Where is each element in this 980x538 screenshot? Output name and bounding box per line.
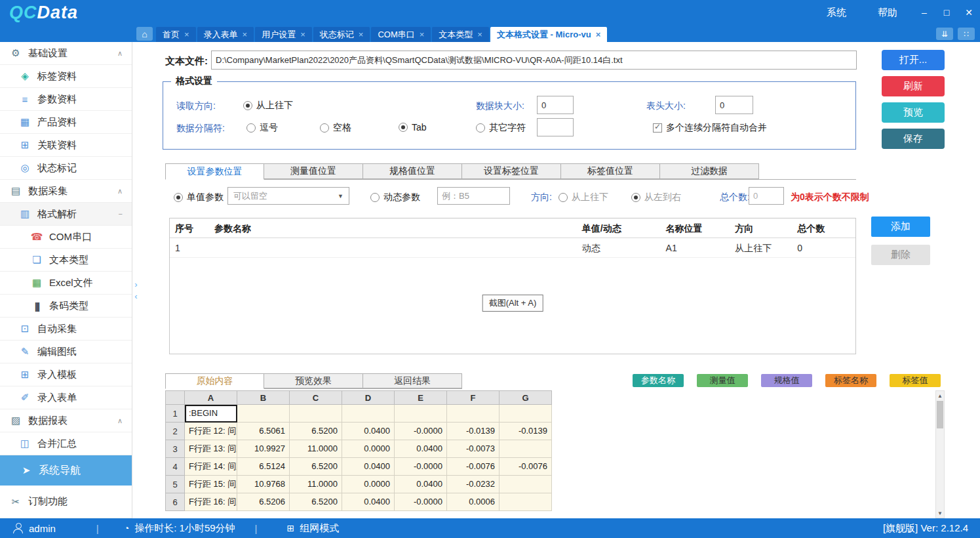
legend-label-name[interactable]: 标签名称 — [825, 374, 876, 387]
tab-filter-data[interactable]: 过滤数据 — [660, 163, 759, 179]
radio-icon[interactable] — [399, 123, 408, 132]
separator-comma-radio[interactable]: 逗号 — [246, 122, 278, 134]
sidebar-section-data-reports[interactable]: ▨ 数据报表 ∧ — [0, 409, 132, 432]
sheet-cell[interactable]: 0.0400 — [342, 458, 395, 476]
sheet-col-header[interactable]: E — [395, 390, 447, 405]
radio-icon[interactable] — [243, 101, 252, 110]
preview-button[interactable]: 预览 — [882, 102, 945, 123]
cell-param-name[interactable] — [209, 238, 577, 257]
tab-com-port[interactable]: COM串口× — [371, 27, 431, 42]
sheet-cell[interactable] — [500, 440, 552, 458]
sheet-cell[interactable] — [500, 476, 552, 493]
sheet-cell[interactable] — [500, 405, 552, 423]
minimize-icon[interactable]: – — [913, 0, 935, 25]
sheet-col-header[interactable]: A — [185, 390, 237, 405]
sheet-cell[interactable] — [342, 405, 395, 423]
cell-direction[interactable]: 从上往下 — [730, 238, 792, 257]
tab-home[interactable]: 首页× — [156, 27, 196, 42]
sheet-cell[interactable]: 11.0000 — [290, 440, 342, 458]
tab-user-settings[interactable]: 用户设置× — [255, 27, 312, 42]
sheet-col-header[interactable]: B — [237, 390, 290, 405]
separator-other-radio[interactable]: 其它字符 — [476, 122, 526, 134]
tab-close-icon[interactable]: × — [184, 30, 189, 39]
sidebar-item-auto-collect[interactable]: ⊡ 自动采集 — [0, 318, 132, 341]
cell-total[interactable]: 0 — [792, 238, 855, 257]
legend-spec-value[interactable]: 规格值 — [761, 374, 812, 387]
sheet-row-header[interactable]: 1 — [165, 405, 185, 423]
sheet-cell[interactable] — [237, 405, 290, 423]
sheet-row-header[interactable]: 4 — [165, 458, 185, 476]
sidebar-item-barcode-type[interactable]: ||| 条码类型 — [0, 295, 132, 318]
file-path-input[interactable] — [211, 51, 857, 70]
sidebar-item-system-navigation[interactable]: ➤ 系统导航 — [0, 455, 132, 486]
direction-left-right-radio[interactable]: 从左到右 — [631, 192, 681, 203]
sheet-cell[interactable]: 0.0400 — [342, 423, 395, 440]
radio-icon[interactable] — [370, 193, 380, 202]
delete-button[interactable]: 删除 — [871, 245, 930, 265]
sheet-row-header[interactable]: 6 — [165, 493, 185, 511]
sheet-row-header[interactable]: 5 — [165, 476, 185, 493]
sidebar-item-status-mark[interactable]: ◎ 状态标记 — [0, 157, 132, 180]
sheet-cell[interactable]: -0.0139 — [500, 423, 552, 440]
home-icon[interactable]: ⌂ — [136, 27, 153, 41]
save-button[interactable]: 保存 — [882, 129, 945, 149]
sheet-cell[interactable]: 0.0000 — [342, 476, 395, 493]
radio-icon[interactable] — [476, 123, 485, 133]
tab-set-label-position[interactable]: 设置标签位置 — [462, 163, 561, 179]
radio-icon[interactable] — [174, 193, 183, 202]
collapse-tabs-icon[interactable]: ⇊ — [936, 28, 953, 40]
sidebar-item-parameter-data[interactable]: ≡ 参数资料 — [0, 88, 132, 111]
sidebar-item-edit-drawing[interactable]: ✎ 编辑图纸 — [0, 341, 132, 363]
sidebar-item-product-data[interactable]: ▦ 产品资料 — [0, 111, 132, 134]
maximize-icon[interactable]: □ — [935, 0, 958, 25]
dynamic-param-input[interactable] — [437, 187, 510, 205]
header-size-input[interactable] — [715, 96, 753, 114]
sheet-cell[interactable]: 6.5206 — [237, 493, 290, 511]
sheet-row-header[interactable]: 2 — [165, 423, 185, 440]
radio-icon[interactable] — [559, 193, 568, 202]
snapshot-button[interactable]: 截图(Alt + A) — [482, 295, 543, 312]
tab-measured-value-position[interactable]: 测量值位置 — [264, 163, 363, 179]
merge-separators-checkbox[interactable]: 多个连续分隔符自动合并 — [653, 122, 767, 134]
cell-index[interactable]: 1 — [170, 238, 209, 257]
apps-grid-icon[interactable]: ∷ — [958, 28, 975, 40]
radio-icon[interactable] — [631, 193, 640, 202]
sheet-cell[interactable]: -0.0000 — [395, 423, 447, 440]
sidebar-item-relation-data[interactable]: ⊞ 关联资料 — [0, 134, 132, 157]
total-count-input[interactable] — [749, 187, 784, 205]
sheet-cell[interactable]: 11.0000 — [290, 476, 342, 493]
sheet-cell[interactable]: F行距 12: 间距 — [185, 423, 237, 440]
sidebar-section-data-collection[interactable]: ▤ 数据采集 ∧ — [0, 180, 132, 203]
sidebar-item-custom-functions[interactable]: ✂ 订制功能 — [0, 486, 132, 518]
separator-tab-radio[interactable]: Tab — [399, 122, 427, 133]
tab-close-icon[interactable]: × — [420, 30, 425, 39]
sheet-cell[interactable]: 6.5200 — [290, 423, 342, 440]
sheet-cell[interactable] — [395, 405, 447, 423]
tab-original-content[interactable]: 原始内容 — [165, 373, 264, 389]
tab-preview-effect[interactable]: 预览效果 — [264, 373, 363, 388]
sheet-cell[interactable]: 0.0000 — [342, 440, 395, 458]
legend-measured-value[interactable]: 测量值 — [697, 374, 748, 387]
tab-spec-value-position[interactable]: 规格值位置 — [363, 163, 462, 179]
cell-single-dynamic[interactable]: 动态 — [577, 238, 661, 257]
sheet-cell[interactable]: 0.0400 — [395, 440, 447, 458]
sidebar-item-entry-form[interactable]: ✐ 录入表单 — [0, 386, 132, 409]
sheet-row-header[interactable]: 3 — [165, 440, 185, 458]
open-button[interactable]: 打开... — [882, 50, 945, 70]
sheet-cell[interactable]: F行距 15: 间距 — [185, 476, 237, 493]
sheet-cell[interactable]: F行距 14: 间距 — [185, 458, 237, 476]
sheet-cell-selected[interactable]: :BEGIN — [185, 405, 237, 423]
tab-status-mark[interactable]: 状态标记× — [313, 27, 370, 42]
sheet-cell[interactable]: 6.5061 — [237, 423, 290, 440]
legend-label-value[interactable]: 标签值 — [890, 374, 941, 387]
tab-close-icon[interactable]: × — [359, 30, 364, 39]
sidebar-item-entry-template[interactable]: ⊞ 录入模板 — [0, 363, 132, 386]
sheet-cell[interactable]: 6.5124 — [237, 458, 290, 476]
sheet-cell[interactable]: -0.0073 — [447, 440, 500, 458]
sheet-cell[interactable]: 0.0400 — [395, 476, 447, 493]
sheet-cell[interactable]: 0.0400 — [342, 493, 395, 511]
tab-close-icon[interactable]: × — [300, 30, 305, 39]
sheet-cell[interactable]: -0.0139 — [447, 423, 500, 440]
block-size-input[interactable] — [537, 96, 574, 114]
sheet-col-header[interactable]: F — [447, 390, 500, 405]
